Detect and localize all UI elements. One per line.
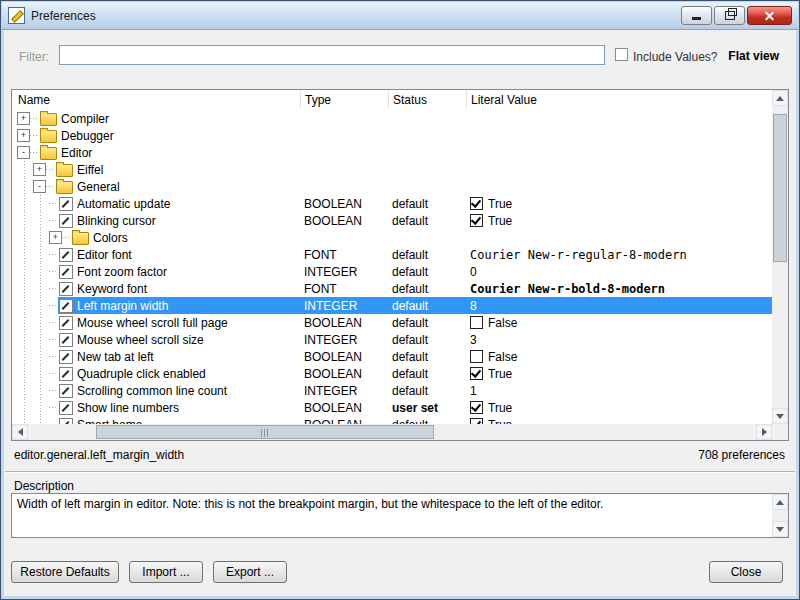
close-button[interactable]: Close (709, 561, 783, 583)
tree-indent (12, 246, 58, 263)
status-cell: default (388, 246, 466, 263)
restore-defaults-button[interactable]: Restore Defaults (11, 561, 119, 583)
tree-indent (12, 280, 58, 297)
checkbox-checked-icon[interactable] (470, 367, 483, 380)
tree-connector (49, 212, 58, 229)
vertical-scrollbar[interactable] (772, 90, 788, 424)
scroll-down-button[interactable] (772, 408, 788, 424)
description-scrollbar[interactable] (772, 494, 788, 537)
expand-icon[interactable]: + (49, 231, 62, 244)
collapse-icon[interactable]: - (33, 180, 46, 193)
tree-name-cell: New tab at left (12, 348, 300, 365)
description-scroll-down-button[interactable] (772, 521, 788, 537)
value-label: True (488, 401, 512, 415)
value-label: True (488, 197, 512, 211)
checkbox-checked-icon[interactable] (470, 401, 483, 414)
tree-row[interactable]: Quadruple click enabledBOOLEANdefaultTru… (12, 365, 772, 382)
tree-row[interactable]: +Compiler (12, 110, 772, 127)
tree-row[interactable]: +Eiffel (12, 161, 772, 178)
tree-row[interactable]: +Colors (12, 229, 772, 246)
tree-row[interactable]: +Debugger (12, 127, 772, 144)
value-cell: 0 (466, 263, 772, 280)
status-cell (388, 127, 466, 144)
tree-guide (17, 382, 33, 399)
tree-row[interactable]: New tab at leftBOOLEANdefaultFalse (12, 348, 772, 365)
minimize-button[interactable] (681, 6, 712, 25)
tree-name-cell: +Eiffel (12, 161, 300, 178)
column-header-status[interactable]: Status (388, 90, 466, 110)
checkbox-unchecked-icon[interactable] (470, 350, 483, 363)
tree-row[interactable]: Blinking cursorBOOLEANdefaultTrue (12, 212, 772, 229)
tree-guide (17, 297, 33, 314)
tree-connector (46, 161, 55, 178)
tree-name-cell: Mouse wheel scroll full page (12, 314, 300, 331)
tree-row[interactable]: Scrolling common line countINTEGERdefaul… (12, 382, 772, 399)
description-text: Width of left margin in editor. Note: th… (17, 497, 766, 512)
filter-label: Filter: (19, 50, 49, 64)
close-window-button[interactable] (747, 6, 792, 25)
value-cell (466, 229, 772, 246)
maximize-button[interactable] (714, 6, 745, 25)
column-header-name[interactable]: Name (12, 90, 300, 110)
export-button[interactable]: Export ... (213, 561, 287, 583)
status-cell: default (388, 297, 466, 314)
expand-icon[interactable]: + (17, 112, 30, 125)
tree-row[interactable]: Show line numbersBOOLEANuser setTrue (12, 399, 772, 416)
collapse-icon[interactable]: - (17, 146, 30, 159)
separator-line (5, 471, 795, 473)
value-cell: True (466, 365, 772, 382)
tree-item-label: Debugger (61, 129, 114, 143)
scrollbar-corner (772, 424, 788, 440)
checkbox-unchecked-icon[interactable] (470, 316, 483, 329)
tree-row[interactable]: Mouse wheel scroll sizeINTEGERdefault3 (12, 331, 772, 348)
checkbox-checked-icon[interactable] (470, 214, 483, 227)
import-button[interactable]: Import ... (129, 561, 203, 583)
tree-row[interactable]: Mouse wheel scroll full pageBOOLEANdefau… (12, 314, 772, 331)
expand-icon[interactable]: + (17, 129, 30, 142)
preference-icon (59, 197, 73, 211)
value-text: 0 (470, 265, 477, 279)
scroll-right-button[interactable] (756, 424, 772, 440)
expand-icon[interactable]: + (33, 163, 46, 176)
tree-row[interactable]: Font zoom factorINTEGERdefault0 (12, 263, 772, 280)
value-cell: False (466, 314, 772, 331)
value-cell: 1 (466, 382, 772, 399)
value-cell: True (466, 399, 772, 416)
tree-row[interactable]: Editor fontFONTdefaultCourier New-r-regu… (12, 246, 772, 263)
include-values-checkbox[interactable] (615, 48, 628, 61)
titlebar[interactable]: Preferences (2, 2, 798, 30)
horizontal-scrollbar-thumb[interactable] (96, 425, 434, 439)
checkbox-checked-icon[interactable] (470, 197, 483, 210)
tree-row[interactable]: Smart homeBOOLEANdefaultTrue (12, 416, 772, 424)
preference-icon (59, 282, 73, 296)
status-cell: default (388, 365, 466, 382)
status-cell: default (388, 212, 466, 229)
filter-input[interactable] (59, 45, 605, 65)
tree-row[interactable]: Keyword fontFONTdefaultCourier New-r-bol… (12, 280, 772, 297)
tree-row[interactable]: Left margin widthINTEGERdefault8 (12, 297, 772, 314)
tree-row[interactable]: -General (12, 178, 772, 195)
preference-icon (59, 367, 73, 381)
status-cell: default (388, 263, 466, 280)
value-cell: Courier New-r-regular-8-modern (466, 246, 772, 263)
scroll-left-button[interactable] (12, 424, 28, 440)
column-header-literal-value[interactable]: Literal Value (466, 90, 772, 110)
tree-connector (30, 110, 39, 127)
tree-indent (12, 382, 58, 399)
type-cell (300, 161, 388, 178)
horizontal-scrollbar[interactable] (12, 424, 772, 440)
value-cell: 3 (466, 331, 772, 348)
description-scroll-up-button[interactable] (772, 494, 788, 510)
tree-guide (33, 263, 49, 280)
tree-item-label: Font zoom factor (77, 265, 167, 279)
flat-view-button[interactable]: Flat view (728, 49, 779, 63)
type-cell: INTEGER (300, 331, 388, 348)
tree-item-label: Eiffel (77, 163, 103, 177)
vertical-scrollbar-thumb[interactable] (773, 114, 787, 262)
column-header-type[interactable]: Type (300, 90, 388, 110)
tree-row[interactable]: -Editor (12, 144, 772, 161)
tree-guide (17, 246, 33, 263)
tree-row[interactable]: Automatic updateBOOLEANdefaultTrue (12, 195, 772, 212)
scroll-up-button[interactable] (772, 90, 788, 106)
tree-guide (17, 348, 33, 365)
